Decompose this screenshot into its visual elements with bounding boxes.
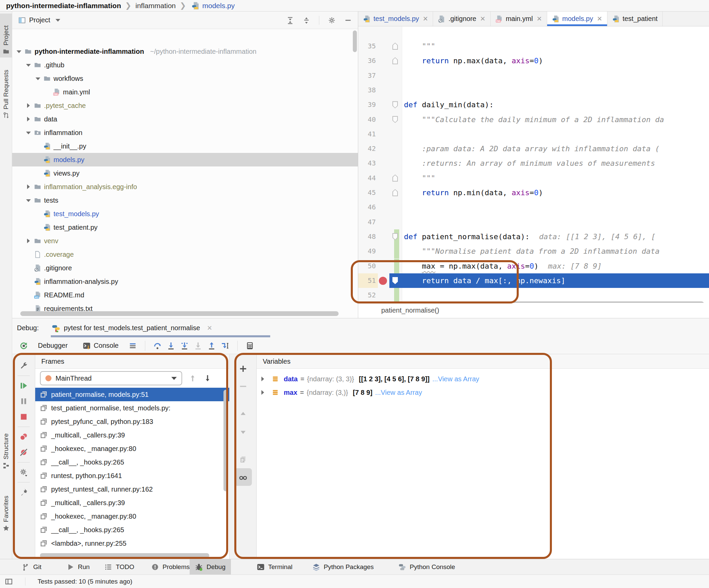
code-line-40[interactable]: 40 """Calculate the daily minimum of a 2… — [358, 112, 709, 127]
frame-row[interactable]: _multicall, _callers.py:39 — [35, 428, 229, 442]
tab-debugger[interactable]: Debugger — [38, 342, 68, 349]
tab-.gitignore[interactable]: .gitignore✕ — [433, 12, 490, 26]
frames-horizontal-scrollbar[interactable] — [40, 553, 209, 558]
remove-watch-button[interactable] — [234, 378, 252, 395]
tree-item-inflammation[interactable]: inflammation — [12, 126, 358, 139]
frame-row[interactable]: runtest, python.py:1641 — [35, 469, 229, 482]
move-up-button[interactable] — [234, 405, 252, 423]
smart-step-into-button[interactable] — [191, 340, 205, 352]
toolwindow-button-python-console[interactable]: Python Console — [393, 559, 460, 574]
tree-item-test_models.py[interactable]: test_models.py — [12, 207, 358, 221]
frame-row[interactable]: _multicall, _callers.py:39 — [35, 496, 229, 510]
code-line-51[interactable]: 51 return data / max[:, np.newaxis] — [358, 273, 709, 288]
frame-row[interactable]: _hookexec, _manager.py:80 — [35, 510, 229, 523]
tree-item-inflammation_analysis.egg-info[interactable]: inflammation_analysis.egg-info — [12, 180, 358, 194]
close-icon[interactable]: ✕ — [423, 15, 428, 23]
expand-all-button[interactable] — [286, 17, 294, 24]
chevron-right-icon[interactable] — [260, 390, 265, 395]
chevron-right-icon[interactable] — [260, 376, 265, 382]
project-vertical-scrollbar[interactable] — [353, 30, 357, 52]
tree-item-tests[interactable]: tests — [12, 194, 358, 207]
resume-button[interactable] — [12, 378, 35, 393]
code-line-52[interactable]: 52 — [358, 288, 709, 302]
project-panel-title[interactable]: Project — [29, 16, 50, 24]
frame-row[interactable]: <lambda>, runner.py:255 — [35, 537, 229, 550]
code-line-47[interactable]: 47 — [358, 215, 709, 229]
code-line-49[interactable]: 49 """Normalise patient data from a 2D i… — [358, 244, 709, 258]
close-icon[interactable]: ✕ — [480, 15, 486, 23]
tab-console[interactable]: Console — [83, 342, 119, 350]
tab-models.py[interactable]: models.py✕ — [547, 12, 607, 26]
tree-item-views.py[interactable]: views.py — [12, 166, 358, 180]
breadcrumb-item[interactable]: python-intermediate-inflammation — [6, 2, 121, 10]
close-icon[interactable]: ✕ — [597, 15, 602, 23]
duplicate-watch-button[interactable] — [234, 451, 252, 468]
view-as-array-link[interactable]: ...View as Array — [432, 375, 479, 383]
tree-item-main.yml[interactable]: YMLmain.yml — [12, 85, 358, 99]
chevron-right-icon[interactable] — [26, 184, 31, 189]
layout-settings-button[interactable] — [126, 340, 139, 352]
code-line-48[interactable]: 48def patient_normalise(data):data: [[1 … — [358, 229, 709, 244]
tree-item-inflammation-analysis.py[interactable]: inflammation-analysis.py — [12, 275, 358, 288]
collapse-all-button[interactable] — [303, 17, 310, 24]
toolwindow-button-todo[interactable]: TODO — [99, 559, 140, 574]
pin-tab-button[interactable] — [12, 484, 35, 500]
toolwindow-button-run[interactable]: Run — [61, 559, 95, 574]
thread-selector[interactable]: MainThread — [40, 371, 182, 385]
chevron-down-icon[interactable] — [26, 130, 31, 135]
debug-session-tab[interactable]: pytest for test_models.test_patient_norm… — [52, 323, 212, 332]
chevron-down-icon[interactable] — [56, 19, 60, 22]
tree-item-.coverage[interactable]: .coverage — [12, 248, 358, 261]
force-step-into-button[interactable] — [178, 340, 191, 352]
tree-item-venv[interactable]: venv — [12, 234, 358, 248]
evaluate-expression-button[interactable] — [243, 340, 257, 352]
tree-item-python-intermediate-inflammation[interactable]: python-intermediate-inflammation~/python… — [12, 45, 358, 58]
chevron-down-icon[interactable] — [35, 76, 41, 81]
code-line-43[interactable]: 43 :returns: An array of minimum values … — [358, 156, 709, 171]
toolwindow-button-git[interactable]: Git — [16, 559, 47, 574]
code-line-42[interactable]: 42 :param data: A 2D data array with inf… — [358, 141, 709, 156]
sidebar-item-pull-requests[interactable]: Pull Requests — [0, 62, 12, 121]
debug-settings-button[interactable] — [12, 358, 35, 374]
settings-menu-button[interactable] — [12, 465, 35, 480]
toolwindow-button-debug[interactable]: Debug — [190, 559, 231, 574]
tree-item-.pytest_cache[interactable]: .pytest_cache — [12, 99, 358, 112]
frame-row[interactable]: patient_normalise, models.py:51 — [35, 388, 229, 401]
tree-item-.gitignore[interactable]: .gitignore — [12, 261, 358, 275]
toolwindow-button-python-packages[interactable]: Python Packages — [307, 559, 379, 574]
tree-item-test_patient.py[interactable]: test_patient.py — [12, 221, 358, 234]
close-icon[interactable]: ✕ — [537, 15, 542, 23]
fold-marker-icon[interactable] — [392, 189, 398, 196]
step-out-button[interactable] — [205, 340, 218, 352]
tree-item-data[interactable]: data — [12, 112, 358, 126]
frame-row[interactable]: pytest_runtest_call, runner.py:162 — [35, 482, 229, 496]
chevron-right-icon[interactable] — [26, 116, 31, 122]
next-frame-button[interactable] — [203, 374, 212, 383]
settings-icon[interactable] — [328, 17, 336, 24]
step-into-button[interactable] — [164, 340, 178, 352]
chevron-right-icon[interactable] — [26, 103, 31, 108]
tree-item-__init__.py[interactable]: __init__.py — [12, 139, 358, 153]
sidebar-item-favorites[interactable]: Favorites — [0, 477, 12, 534]
chevron-down-icon[interactable] — [26, 62, 31, 68]
tab-test_patient[interactable]: test_patient — [607, 12, 663, 26]
code-line-36[interactable]: 36 return np.max(data, axis=0) — [358, 53, 709, 68]
toolwindow-button-problems[interactable]: Problems — [146, 559, 195, 574]
close-icon[interactable]: ✕ — [207, 324, 212, 332]
editor-breadcrumb[interactable]: patient_normalise() — [358, 303, 709, 318]
toolwindow-button-terminal[interactable]: Terminal — [251, 559, 298, 574]
code-line-35[interactable]: 35 """ — [358, 39, 709, 53]
breadcrumb-item[interactable]: inflammation — [135, 2, 176, 10]
variable-row[interactable]: max={ndarray: (3,)}[7 8 9]...View as Arr… — [257, 386, 709, 399]
rerun-button[interactable] — [17, 340, 30, 352]
sidebar-item-structure[interactable]: Structure — [0, 417, 12, 472]
mute-breakpoints-button[interactable] — [12, 445, 35, 460]
chevron-right-icon[interactable] — [26, 238, 31, 244]
frame-row[interactable]: _hookexec, _manager.py:80 — [35, 442, 229, 455]
fold-marker-icon[interactable] — [392, 116, 398, 123]
code-line-46[interactable]: 46 — [358, 200, 709, 214]
tree-item-.github[interactable]: .github — [12, 58, 358, 72]
layout-icon[interactable] — [5, 578, 13, 586]
show-watches-button[interactable] — [234, 468, 252, 486]
code-line-50[interactable]: 50 max = np.max(data, axis=0)max: [7 8 9… — [358, 259, 709, 273]
